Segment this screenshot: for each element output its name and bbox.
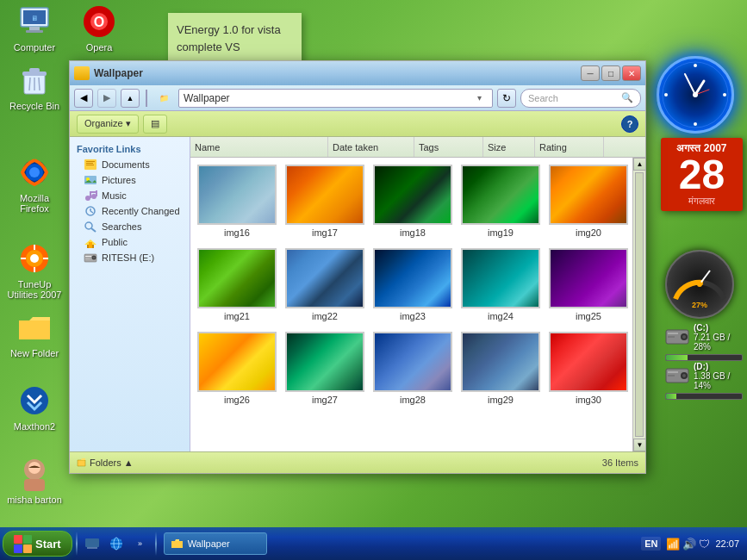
search-placeholder: Search xyxy=(528,93,558,103)
desktop-icon-misha[interactable]: misha barton xyxy=(4,457,65,505)
svg-line-35 xyxy=(685,74,695,95)
svg-point-39 xyxy=(697,282,702,287)
forward-button[interactable]: ▶ xyxy=(97,89,116,108)
col-date[interactable]: Date taken xyxy=(328,137,414,157)
ql-show-desktop[interactable] xyxy=(81,532,103,555)
file-name-img24: img24 xyxy=(488,311,514,321)
searches-icon xyxy=(84,221,97,233)
back-button[interactable]: ◀ xyxy=(74,89,93,108)
desktop-icon-maxthon[interactable]: Maxthon2 xyxy=(4,383,65,432)
address-bar[interactable]: Wallpaper ▾ xyxy=(178,89,493,108)
taskbar-right: EN 📶 🔊 🛡 22:07 xyxy=(636,537,744,551)
file-item-img21[interactable]: img21 xyxy=(197,248,277,321)
desktop-icon-computer[interactable]: 🖥 Computer xyxy=(4,4,65,53)
file-item-img22[interactable]: img22 xyxy=(285,248,364,321)
file-name-img22: img22 xyxy=(312,311,338,321)
drive-d-icon xyxy=(665,365,689,387)
minimize-button[interactable]: ─ xyxy=(581,65,600,81)
file-item-img29[interactable]: img29 xyxy=(461,332,540,405)
sidebar-item-music[interactable]: Music xyxy=(70,188,190,203)
tray-network-icon[interactable]: 📶 xyxy=(666,538,680,551)
scroll-up-button[interactable]: ▲ xyxy=(633,158,645,171)
ql-more[interactable]: » xyxy=(129,532,152,555)
sidebar-music-label: Music xyxy=(102,190,127,201)
taskbar-clock[interactable]: 22:07 xyxy=(715,538,739,549)
sidebar-recently-changed-label: Recently Changed xyxy=(102,206,180,216)
desktop-icon-tuneup[interactable]: TuneUp Utilities 2007 xyxy=(4,241,65,300)
file-name-img20: img20 xyxy=(576,227,601,238)
file-thumb-img27 xyxy=(285,332,364,392)
sticky-note-title: VEnergy 1.0 for vista complete VS xyxy=(177,22,293,55)
desktop-icon-firefox[interactable]: Mozilla Firefox xyxy=(4,155,65,214)
restore-button[interactable]: □ xyxy=(601,65,620,81)
taskbar-task-wallpaper[interactable]: Wallpaper xyxy=(164,532,267,555)
sidebar-item-searches[interactable]: Searches xyxy=(70,219,190,234)
nav-divider xyxy=(146,90,147,107)
close-button[interactable]: ✕ xyxy=(622,65,641,81)
file-item-img23[interactable]: img23 xyxy=(373,248,452,321)
file-name-img30: img30 xyxy=(576,395,601,405)
desktop-icon-folder[interactable]: New Folder xyxy=(4,310,65,358)
file-name-img21: img21 xyxy=(224,311,250,321)
scroll-down-button[interactable]: ▼ xyxy=(633,439,645,451)
folders-toggle[interactable]: Folders ▲ xyxy=(77,457,134,468)
file-item-img30[interactable]: img30 xyxy=(549,332,628,405)
svg-point-37 xyxy=(693,92,698,97)
svg-rect-54 xyxy=(86,165,94,165)
views-button[interactable]: ▤ xyxy=(143,115,167,134)
file-item-img20[interactable]: img20 xyxy=(549,165,628,238)
scrollbar[interactable]: ▲ ▼ xyxy=(632,158,645,451)
file-name-img25: img25 xyxy=(576,311,601,321)
svg-rect-49 xyxy=(668,371,678,373)
sidebar-section-favorites: Favorite Links Documents Pictures Music xyxy=(70,137,190,270)
taskbar: Start » xyxy=(0,527,747,560)
sidebar-item-ritesh[interactable]: RITESH (E:) xyxy=(70,250,190,265)
tray-volume-icon[interactable]: 🔊 xyxy=(682,538,696,551)
sidebar-item-recently-changed[interactable]: Recently Changed xyxy=(70,203,190,219)
drive-c-info: 7.21 GB / 28% xyxy=(694,333,743,352)
speedometer-widget: 27% xyxy=(665,250,743,319)
file-name-img28: img28 xyxy=(400,395,426,405)
desktop: 🖥 Computer O Opera Recycle Bin xyxy=(0,0,747,560)
sidebar-section-title[interactable]: Favorite Links xyxy=(70,141,190,157)
up-button[interactable]: ▲ xyxy=(121,89,140,108)
refresh-button[interactable]: ↻ xyxy=(497,89,516,108)
language-indicator[interactable]: EN xyxy=(641,537,661,551)
file-item-img17[interactable]: img17 xyxy=(285,165,364,238)
sidebar-item-pictures[interactable]: Pictures xyxy=(70,172,190,188)
file-item-img16[interactable]: img16 xyxy=(197,165,277,238)
address-dropdown-icon[interactable]: ▾ xyxy=(477,93,488,103)
file-item-img25[interactable]: img25 xyxy=(549,248,628,321)
drive-d-bar xyxy=(665,393,743,400)
desktop-icon-recycle[interactable]: Recycle Bin xyxy=(4,63,65,111)
scroll-thumb[interactable] xyxy=(635,172,644,437)
col-tags[interactable]: Tags xyxy=(414,137,483,157)
file-thumb-img24 xyxy=(461,248,540,308)
file-item-img28[interactable]: img28 xyxy=(373,332,452,405)
file-name-img26: img26 xyxy=(224,395,250,405)
sidebar-item-public[interactable]: Public xyxy=(70,234,190,250)
col-name[interactable]: Name xyxy=(190,137,328,157)
file-item-img27[interactable]: img27 xyxy=(285,332,364,405)
address-text: Wallpaper xyxy=(184,92,230,104)
ql-ie-button[interactable] xyxy=(105,532,128,555)
help-button[interactable]: ? xyxy=(621,115,638,133)
tray-security-icon[interactable]: 🛡 xyxy=(699,538,710,551)
drive-d-info: 1.38 GB / 14% xyxy=(694,371,743,390)
title-bar: Wallpaper ─ □ ✕ xyxy=(70,61,645,85)
file-item-img26[interactable]: img26 xyxy=(197,332,277,405)
drive-c-icon xyxy=(665,327,689,348)
file-item-img24[interactable]: img24 xyxy=(461,248,540,321)
start-button[interactable]: Start xyxy=(3,531,72,557)
col-size[interactable]: Size xyxy=(483,137,535,157)
col-rating[interactable]: Rating xyxy=(535,137,604,157)
search-bar[interactable]: Search 🔍 xyxy=(520,89,641,108)
desktop-icon-opera[interactable]: O Opera xyxy=(69,4,129,53)
file-item-img18[interactable]: img18 xyxy=(373,165,452,238)
file-thumb-img28 xyxy=(373,332,452,392)
organize-button[interactable]: Organize ▾ xyxy=(77,115,139,134)
title-folder-icon xyxy=(74,66,90,80)
file-thumb-img18 xyxy=(373,165,452,225)
file-item-img19[interactable]: img19 xyxy=(461,165,540,238)
sidebar-item-documents[interactable]: Documents xyxy=(70,157,190,172)
